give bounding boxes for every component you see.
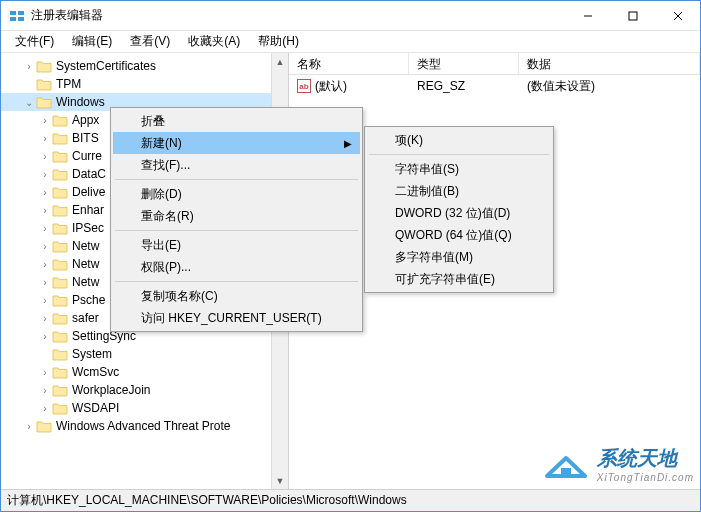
tree-item-label: TPM	[56, 77, 85, 91]
expand-icon-closed[interactable]: ›	[39, 151, 51, 162]
tree-item[interactable]: TPM	[1, 75, 288, 93]
submenu-arrow-icon: ▶	[344, 138, 352, 149]
folder-icon	[52, 114, 68, 127]
cm-new-string[interactable]: 字符串值(S)	[367, 158, 551, 180]
svg-rect-8	[561, 468, 571, 476]
col-name[interactable]: 名称	[289, 53, 409, 74]
cm-new[interactable]: 新建(N) ▶	[113, 132, 360, 154]
folder-icon	[52, 204, 68, 217]
watermark-text: 系统天地	[597, 445, 694, 472]
tree-item[interactable]: ›Windows Advanced Threat Prote	[1, 417, 288, 435]
folder-icon	[52, 348, 68, 361]
value-name: (默认)	[315, 78, 347, 95]
tree-item-label: Enhar	[72, 203, 108, 217]
cm-new-expandstring[interactable]: 可扩充字符串值(E)	[367, 268, 551, 290]
cm-separator	[369, 154, 549, 155]
expand-icon-closed[interactable]: ›	[39, 223, 51, 234]
cm-separator	[115, 179, 358, 180]
svg-rect-0	[10, 11, 16, 15]
status-path: 计算机\HKEY_LOCAL_MACHINE\SOFTWARE\Policies…	[7, 492, 407, 509]
list-body[interactable]: ab (默认) REG_SZ (数值未设置)	[289, 75, 700, 97]
tree-item-label: Windows	[56, 95, 109, 109]
expand-icon-closed[interactable]: ›	[39, 241, 51, 252]
tree-item[interactable]: ›WSDAPI	[1, 399, 288, 417]
folder-icon	[52, 132, 68, 145]
value-data: (数值未设置)	[519, 78, 700, 95]
expand-icon-closed[interactable]: ›	[39, 169, 51, 180]
expand-icon-closed[interactable]: ›	[39, 133, 51, 144]
titlebar: 注册表编辑器	[1, 1, 700, 31]
statusbar: 计算机\HKEY_LOCAL_MACHINE\SOFTWARE\Policies…	[1, 489, 700, 511]
menu-favorites[interactable]: 收藏夹(A)	[180, 31, 248, 52]
tree-item[interactable]: ›SystemCertificates	[1, 57, 288, 75]
cm-collapse[interactable]: 折叠	[113, 110, 360, 132]
svg-rect-1	[18, 11, 24, 15]
svg-rect-3	[18, 17, 24, 21]
expand-icon-closed[interactable]: ›	[23, 421, 35, 432]
expand-icon-closed[interactable]: ›	[39, 367, 51, 378]
menu-help[interactable]: 帮助(H)	[250, 31, 307, 52]
cm-permissions[interactable]: 权限(P)...	[113, 256, 360, 278]
folder-icon	[36, 420, 52, 433]
window-title: 注册表编辑器	[31, 7, 565, 24]
folder-icon	[52, 330, 68, 343]
list-header: 名称 类型 数据	[289, 53, 700, 75]
cm-separator	[115, 281, 358, 282]
tree-item[interactable]: ›WcmSvc	[1, 363, 288, 381]
scroll-down-button[interactable]: ▼	[272, 472, 288, 489]
expand-icon-open[interactable]: ⌄	[23, 97, 35, 108]
expand-icon-closed[interactable]: ›	[39, 115, 51, 126]
tree-item-label: IPSec	[72, 221, 108, 235]
expand-icon-closed[interactable]: ›	[39, 385, 51, 396]
menu-edit[interactable]: 编辑(E)	[64, 31, 120, 52]
expand-icon-closed[interactable]: ›	[39, 295, 51, 306]
expand-icon-closed[interactable]: ›	[39, 313, 51, 324]
tree-context-menu: 折叠 新建(N) ▶ 查找(F)... 删除(D) 重命名(R) 导出(E) 权…	[110, 107, 363, 332]
tree-item-label: BITS	[72, 131, 103, 145]
maximize-button[interactable]	[610, 1, 655, 30]
cm-new-qword[interactable]: QWORD (64 位)值(Q)	[367, 224, 551, 246]
svg-rect-2	[10, 17, 16, 21]
tree-item-label: WSDAPI	[72, 401, 123, 415]
cm-new-binary[interactable]: 二进制值(B)	[367, 180, 551, 202]
folder-icon	[52, 366, 68, 379]
cm-new-key[interactable]: 项(K)	[367, 129, 551, 151]
expand-icon-closed[interactable]: ›	[39, 331, 51, 342]
folder-icon	[52, 150, 68, 163]
string-value-icon: ab	[297, 79, 311, 93]
expand-icon-closed[interactable]: ›	[39, 259, 51, 270]
tree-item[interactable]: ›WorkplaceJoin	[1, 381, 288, 399]
cm-delete[interactable]: 删除(D)	[113, 183, 360, 205]
cm-find[interactable]: 查找(F)...	[113, 154, 360, 176]
cm-rename[interactable]: 重命名(R)	[113, 205, 360, 227]
new-submenu: 项(K) 字符串值(S) 二进制值(B) DWORD (32 位)值(D) QW…	[364, 126, 554, 293]
folder-icon	[52, 276, 68, 289]
folder-icon	[52, 294, 68, 307]
cm-new-dword[interactable]: DWORD (32 位)值(D)	[367, 202, 551, 224]
expand-icon-closed[interactable]: ›	[23, 61, 35, 72]
minimize-button[interactable]	[565, 1, 610, 30]
cm-copy-key-name[interactable]: 复制项名称(C)	[113, 285, 360, 307]
menu-file[interactable]: 文件(F)	[7, 31, 62, 52]
expand-icon-closed[interactable]: ›	[39, 277, 51, 288]
tree-item-label: Delive	[72, 185, 109, 199]
scroll-up-button[interactable]: ▲	[272, 53, 288, 70]
folder-icon	[52, 240, 68, 253]
expand-icon-closed[interactable]: ›	[39, 187, 51, 198]
col-type[interactable]: 类型	[409, 53, 519, 74]
cm-export[interactable]: 导出(E)	[113, 234, 360, 256]
tree-item-label: Netw	[72, 257, 103, 271]
col-data[interactable]: 数据	[519, 53, 700, 74]
cm-new-multistring[interactable]: 多字符串值(M)	[367, 246, 551, 268]
expand-icon-closed[interactable]: ›	[39, 403, 51, 414]
tree-item-label: Netw	[72, 275, 103, 289]
close-button[interactable]	[655, 1, 700, 30]
watermark-icon	[541, 446, 591, 482]
tree-item-label: WcmSvc	[72, 365, 123, 379]
menu-view[interactable]: 查看(V)	[122, 31, 178, 52]
tree-item[interactable]: System	[1, 345, 288, 363]
folder-icon	[36, 96, 52, 109]
list-row[interactable]: ab (默认) REG_SZ (数值未设置)	[289, 77, 700, 95]
cm-goto-hkcu[interactable]: 访问 HKEY_CURRENT_USER(T)	[113, 307, 360, 329]
expand-icon-closed[interactable]: ›	[39, 205, 51, 216]
